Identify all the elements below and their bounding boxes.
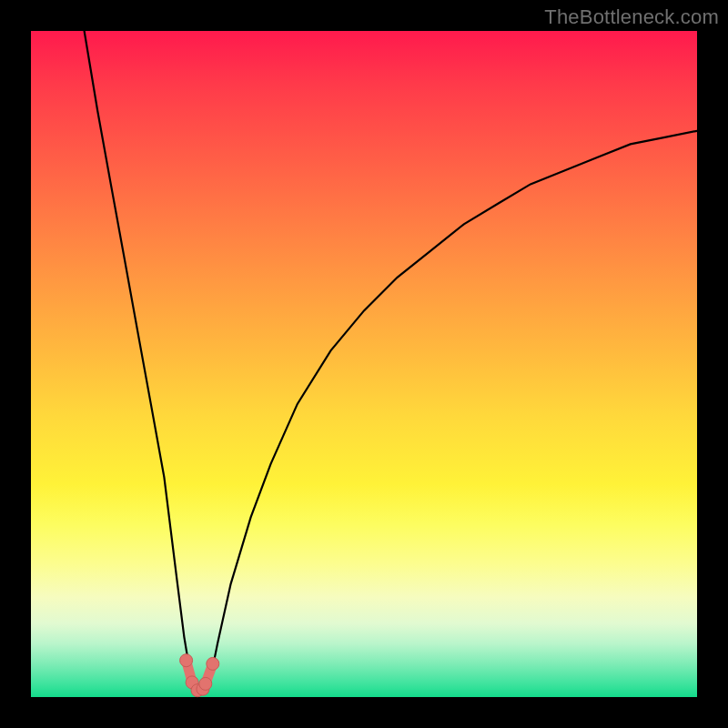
watermark-text: TheBottleneck.com	[544, 5, 719, 29]
chart-svg	[31, 31, 697, 697]
bottleneck-curve	[85, 31, 697, 691]
minimum-marker-dot	[207, 657, 219, 670]
chart-frame: TheBottleneck.com	[0, 0, 728, 728]
minimum-marker-dot	[180, 654, 193, 667]
plot-area	[31, 31, 697, 697]
minimum-markers	[180, 654, 219, 697]
minimum-marker-dot	[199, 677, 212, 690]
